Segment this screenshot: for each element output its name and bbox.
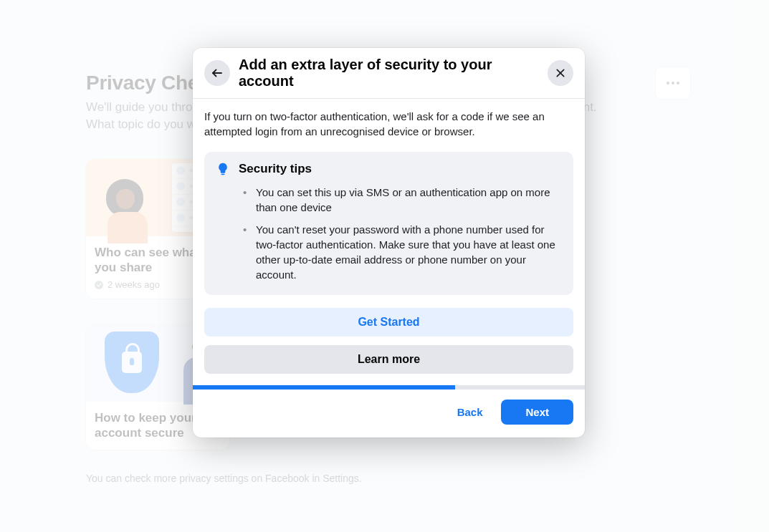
dialog-intro: If you turn on two-factor authentication…: [204, 109, 573, 139]
learn-more-button[interactable]: Learn more: [204, 345, 573, 374]
get-started-button[interactable]: Get Started: [204, 308, 573, 337]
dialog-title: Add an extra layer of security to your a…: [239, 57, 539, 90]
tips-heading: Security tips: [239, 162, 312, 176]
dialog-header: Add an extra layer of security to your a…: [193, 48, 585, 99]
close-icon: [555, 67, 566, 79]
tip-item: You can set this up via SMS or an authen…: [242, 185, 562, 215]
tips-list: You can set this up via SMS or an authen…: [216, 185, 562, 282]
svg-rect-6: [221, 174, 225, 175]
lightbulb-icon: [216, 162, 230, 176]
button-label: Get Started: [358, 316, 419, 329]
two-factor-dialog: Add an extra layer of security to your a…: [193, 48, 585, 437]
close-button[interactable]: [548, 60, 573, 86]
tip-item: You can't reset your password with a pho…: [242, 222, 562, 282]
footer-back-button[interactable]: Back: [447, 400, 493, 424]
security-tips-box: Security tips You can set this up via SM…: [204, 152, 573, 295]
button-label: Learn more: [358, 353, 420, 366]
back-button[interactable]: [204, 60, 230, 86]
dialog-body: If you turn on two-factor authentication…: [193, 99, 585, 385]
arrow-left-icon: [211, 67, 224, 79]
footer-next-button[interactable]: Next: [501, 400, 573, 425]
dialog-footer: Back Next: [193, 390, 585, 437]
button-label: Next: [525, 406, 549, 418]
button-label: Back: [457, 406, 483, 418]
